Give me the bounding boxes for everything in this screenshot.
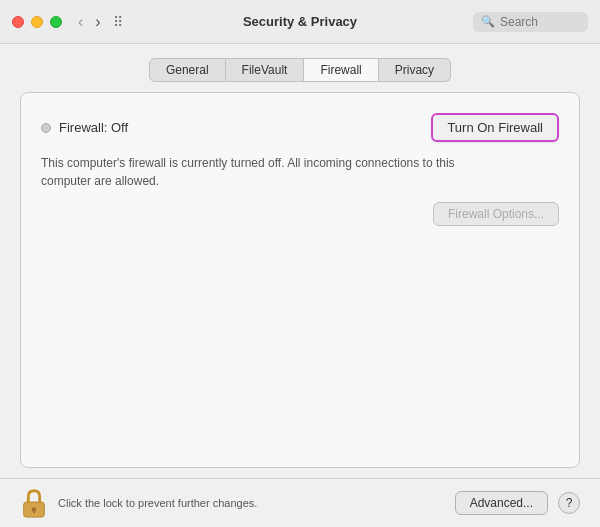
grid-icon[interactable]: ⠿ [113, 14, 123, 30]
tab-firewall[interactable]: Firewall [304, 58, 378, 82]
forward-button[interactable]: › [91, 12, 104, 32]
nav-buttons: ‹ › [74, 12, 105, 32]
search-input[interactable] [500, 15, 580, 29]
tab-general[interactable]: General [149, 58, 226, 82]
help-button[interactable]: ? [558, 492, 580, 514]
close-button[interactable] [12, 16, 24, 28]
firewall-status-row: Firewall: Off Turn On Firewall [41, 113, 559, 142]
minimize-button[interactable] [31, 16, 43, 28]
lock-icon[interactable] [20, 487, 48, 519]
bottom-bar: Click the lock to prevent further change… [0, 478, 600, 527]
search-icon: 🔍 [481, 15, 495, 28]
firewall-panel: Firewall: Off Turn On Firewall This comp… [20, 92, 580, 468]
firewall-options-button[interactable]: Firewall Options... [433, 202, 559, 226]
advanced-button[interactable]: Advanced... [455, 491, 548, 515]
svg-rect-2 [33, 510, 35, 514]
main-content: General FileVault Firewall Privacy Firew… [0, 44, 600, 527]
window-title: Security & Privacy [243, 14, 357, 29]
back-button[interactable]: ‹ [74, 12, 87, 32]
tabs-bar: General FileVault Firewall Privacy [0, 44, 600, 82]
search-box[interactable]: 🔍 [473, 12, 588, 32]
maximize-button[interactable] [50, 16, 62, 28]
traffic-lights [12, 16, 62, 28]
firewall-description: This computer's firewall is currently tu… [41, 154, 461, 190]
tab-privacy[interactable]: Privacy [379, 58, 451, 82]
lock-text: Click the lock to prevent further change… [58, 497, 445, 509]
firewall-status-label: Firewall: Off [59, 120, 128, 135]
title-bar: ‹ › ⠿ Security & Privacy 🔍 [0, 0, 600, 44]
turn-on-firewall-button[interactable]: Turn On Firewall [431, 113, 559, 142]
tab-filevault[interactable]: FileVault [226, 58, 305, 82]
firewall-status-indicator [41, 123, 51, 133]
firewall-status-left: Firewall: Off [41, 120, 128, 135]
